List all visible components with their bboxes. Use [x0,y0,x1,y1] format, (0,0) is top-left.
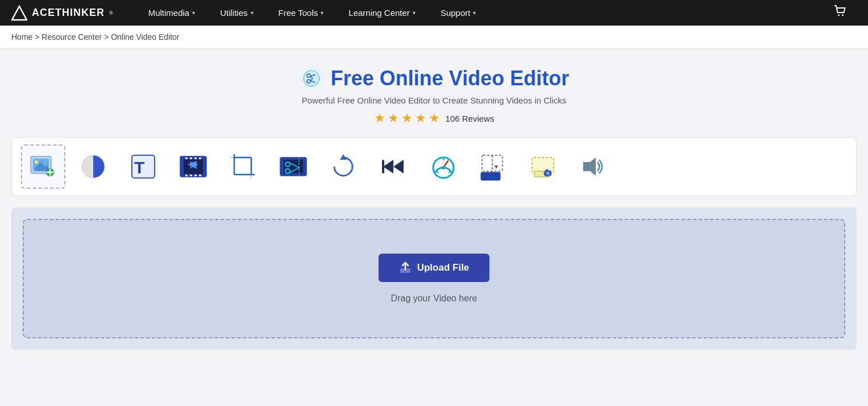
svg-text:T: T [134,158,144,177]
drag-drop-text: Drag your Video here [391,293,477,304]
svg-marker-73 [583,158,596,176]
chevron-down-icon: ▾ [251,10,254,16]
upload-dropzone[interactable]: Upload File Drag your Video here [23,219,845,338]
hero-section: Free Online Video Editor Powerful Free O… [11,66,857,126]
upload-icon [399,262,412,274]
brand-name: ACETHINKER [32,7,105,19]
svg-rect-42 [280,158,284,176]
chevron-down-icon: ▾ [321,10,323,16]
svg-marker-0 [12,6,27,20]
svg-rect-22 [180,156,184,177]
tool-screenshot[interactable] [521,144,566,189]
svg-rect-43 [303,158,306,176]
svg-point-57 [442,166,445,169]
brand-logo[interactable]: ACETHINKER ® [11,5,113,21]
tool-crop[interactable] [221,144,265,189]
svg-rect-36 [234,158,251,175]
svg-marker-64 [495,165,498,169]
svg-rect-29 [199,158,201,159]
svg-rect-28 [194,158,197,159]
star-5: ★ [429,111,440,126]
svg-rect-44 [280,158,306,160]
breadcrumb: Home > Resource Center > Online Video Ed… [0,26,868,49]
tool-transition[interactable] [171,144,215,189]
svg-rect-72 [546,169,549,171]
svg-rect-31 [190,175,192,176]
svg-rect-41 [280,158,306,176]
cart-icon[interactable] [824,4,857,22]
svg-marker-53 [393,160,404,173]
svg-marker-52 [383,160,393,173]
star-3: ★ [401,111,413,126]
upload-button[interactable]: Upload File [379,254,490,282]
breadcrumb-home[interactable]: Home [11,32,32,42]
chevron-down-icon: ▾ [413,10,416,16]
svg-point-3 [304,71,319,86]
breadcrumb-current: Online Video Editor [111,32,179,42]
svg-rect-54 [382,160,384,173]
svg-rect-27 [190,158,192,159]
nav-support[interactable]: Support ▾ [428,0,489,26]
svg-point-2 [842,14,844,16]
logo-icon [11,5,27,21]
toolbar: T [11,137,857,196]
svg-rect-33 [199,175,201,176]
star-4: ★ [415,111,426,126]
tool-rotate[interactable] [321,144,366,189]
hero-icon [299,66,324,91]
nav-utilities[interactable]: Utilities ▾ [207,0,265,26]
svg-rect-23 [203,156,206,177]
tool-trim[interactable] [271,144,315,189]
nav-free-tools[interactable]: Free Tools ▾ [266,0,337,26]
svg-rect-32 [194,175,197,176]
svg-point-12 [35,160,38,164]
svg-rect-30 [185,175,188,176]
page-title: Free Online Video Editor [331,67,569,90]
upload-button-label: Upload File [417,262,470,274]
svg-point-71 [547,172,549,174]
upload-section: Upload File Drag your Video here [11,208,857,350]
nav-menu: Multimedia ▾ Utilities ▾ Free Tools ▾ Le… [136,0,824,26]
nav-learning-center[interactable]: Learning Center ▾ [336,0,428,26]
tool-reverse[interactable] [371,144,416,189]
breadcrumb-resource-center[interactable]: Resource Center [41,32,102,42]
hero-rating: ★ ★ ★ ★ ★ 106 Reviews [11,111,857,126]
tool-audio[interactable] [571,144,616,189]
nav-multimedia[interactable]: Multimedia ▾ [136,0,208,26]
svg-rect-24 [180,156,206,159]
svg-rect-45 [280,173,306,176]
main-content: Free Online Video Editor Powerful Free O… [0,49,868,361]
navbar: ACETHINKER ® Multimedia ▾ Utilities ▾ Fr… [0,0,868,26]
tool-watermark[interactable] [471,144,516,189]
svg-rect-62 [481,172,500,180]
reviews-count: 106 Reviews [446,114,495,123]
star-1: ★ [374,111,385,126]
svg-rect-26 [185,158,188,159]
svg-point-1 [838,14,840,16]
star-2: ★ [388,111,399,126]
hero-subtitle: Powerful Free Online Video Editor to Cre… [11,96,857,105]
tool-speed[interactable] [421,144,466,189]
chevron-down-icon: ▾ [192,10,195,16]
hero-title-row: Free Online Video Editor [11,66,857,91]
svg-rect-68 [529,152,533,155]
tool-text[interactable]: T [121,144,165,189]
svg-rect-25 [180,174,206,177]
tool-color-filter[interactable] [71,144,115,189]
chevron-down-icon: ▾ [473,10,476,16]
tool-add-media[interactable] [21,144,65,189]
